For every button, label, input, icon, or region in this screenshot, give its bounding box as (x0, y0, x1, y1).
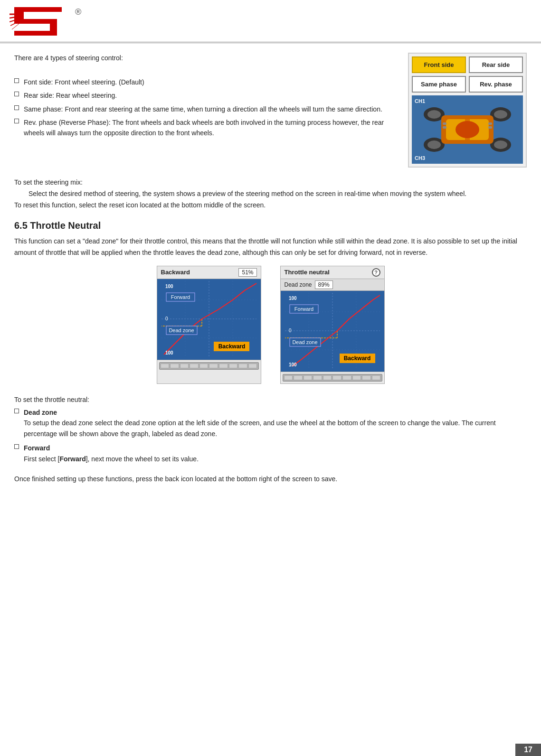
page-header: ® (0, 0, 541, 43)
set-steering-section: To set the steering mix: Select the desi… (14, 177, 527, 211)
steering-row-2: Same phase Rev. phase (412, 76, 523, 93)
instruction-text-1: To setup the dead zone select the dead z… (24, 419, 496, 437)
right-throttle-diagram: Throttle neutral ? Dead zone 89% (280, 266, 385, 384)
slider-seg (238, 364, 247, 368)
instruction-dead-zone: Dead zone To setup the dead zone select … (14, 407, 527, 439)
slider-seg (323, 375, 332, 380)
slider-seg (313, 375, 322, 380)
left-throttle-value: 51% (238, 268, 256, 277)
right-throttle-footer (281, 372, 384, 383)
svg-text:100: 100 (289, 362, 297, 367)
right-slider[interactable] (283, 374, 382, 382)
section-65-title: 6.5 Throttle Neutral (14, 220, 527, 231)
instruction-bullet-2 (14, 444, 19, 449)
steering-grid: Front side Rear side Same phase Rev. pha… (408, 53, 527, 168)
svg-point-7 (427, 140, 441, 149)
section-65-body: This function can set a "dead zone" for … (14, 236, 527, 259)
slider-seg (248, 364, 257, 368)
slider-seg (219, 364, 228, 368)
throttle-neutral-title: Throttle neutral (285, 269, 330, 276)
footer-note: Once finished setting up these functions… (14, 474, 527, 485)
rc-car-svg (420, 106, 515, 153)
bullet-item-3: Same phase: Front and rear steering at t… (14, 104, 394, 114)
slider-seg (342, 375, 351, 380)
slider-seg (229, 364, 238, 368)
svg-point-13 (494, 110, 507, 119)
slider-seg (352, 375, 361, 380)
svg-rect-20 (488, 122, 492, 125)
svg-marker-0 (14, 7, 62, 36)
svg-rect-17 (465, 119, 470, 140)
throttle-instructions: To set the throttle neutral: Dead zone T… (14, 396, 527, 464)
slider-seg (362, 375, 371, 380)
steering-row-1: Front side Rear side (412, 56, 523, 73)
slider-seg (304, 375, 313, 380)
svg-text:100: 100 (165, 284, 173, 289)
slider-seg (332, 375, 342, 380)
bullet-text-1: Font side: Front wheel steering. (Defaul… (24, 77, 144, 87)
slider-seg (294, 375, 303, 380)
set-para1: Select the desired method of steering, t… (28, 188, 527, 200)
left-throttle-graph: 100 100 0 Forward Dead zone Backward (157, 279, 261, 360)
bullet-icon-3 (14, 105, 19, 110)
right-graph-svg: 100 100 0 Forward Dead zone Backward (283, 293, 382, 369)
ch1-label: CH1 (415, 98, 425, 104)
svg-text:0: 0 (289, 328, 292, 333)
bullet-icon-1 (14, 78, 19, 83)
front-side-button[interactable]: Front side (412, 56, 466, 73)
bullet-item-2: Rear side: Rear wheel steering. (14, 90, 394, 101)
bullet-item-1: Font side: Front wheel steering. (Defaul… (14, 77, 394, 87)
set-para2: To reset this function, select the reset… (14, 200, 527, 211)
left-throttle-header: Backward 51% (157, 266, 261, 279)
info-icon[interactable]: ? (372, 268, 380, 277)
svg-point-11 (427, 110, 441, 119)
rear-side-button[interactable]: Rear side (469, 56, 523, 73)
svg-text:Forward: Forward (294, 306, 313, 312)
slider-seg (284, 375, 293, 380)
registered-mark: ® (75, 7, 81, 17)
slider-seg (170, 364, 179, 368)
logo-area: ® (9, 5, 81, 38)
instruction-label-2: Forward (24, 444, 50, 452)
svg-text:Dead zone: Dead zone (292, 339, 317, 345)
instruction-content-1: Dead zone To setup the dead zone select … (24, 407, 527, 439)
fs-logo (9, 5, 71, 38)
slider-seg (199, 364, 209, 368)
bullet-icon-4 (14, 119, 19, 123)
bullet-text-3: Same phase: Front and rear steering at t… (24, 104, 382, 114)
svg-text:Backward: Backward (343, 355, 370, 362)
steering-diagram: Front side Rear side Same phase Rev. pha… (408, 53, 527, 168)
left-graph-svg: 100 100 0 Forward Dead zone Backward (159, 281, 259, 357)
svg-rect-18 (443, 122, 446, 125)
svg-point-9 (494, 140, 507, 149)
same-phase-button[interactable]: Same phase (412, 76, 466, 93)
car-image-area: CH1 (412, 95, 523, 164)
throttle-instructions-heading: To set the throttle neutral: (14, 396, 527, 403)
instruction-content-2: Forward First select [Forward], next mov… (24, 443, 527, 464)
car-svg-area (420, 106, 515, 153)
slider-seg (190, 364, 199, 368)
left-slider[interactable] (159, 362, 259, 370)
bullet-text-2: Rear side: Rear wheel steering. (24, 90, 117, 101)
slider-seg (180, 364, 189, 368)
intro-text-block: There are 4 types of steering control: F… (14, 53, 394, 168)
instruction-text-2: First select [Forward], next move the wh… (24, 455, 199, 463)
slider-seg (161, 364, 170, 368)
svg-rect-21 (488, 126, 492, 129)
page-number: 17 (515, 744, 541, 756)
right-throttle-header: Throttle neutral ? (281, 266, 384, 279)
intro-lead: There are 4 types of steering control: (14, 53, 394, 63)
instruction-forward: Forward First select [Forward], next mov… (14, 443, 527, 464)
bullet-text-4: Rev. phase (Reverse Phase): The front wh… (24, 117, 394, 139)
slider-seg (209, 364, 218, 368)
left-throttle-footer (157, 360, 261, 372)
bullet-icon-2 (14, 92, 19, 96)
svg-text:0: 0 (165, 316, 168, 321)
slider-seg (372, 375, 381, 380)
dead-zone-row: Dead zone 89% (281, 279, 384, 291)
ch3-label: CH3 (415, 155, 425, 161)
instruction-label-1: Dead zone (24, 409, 57, 416)
rev-phase-button[interactable]: Rev. phase (469, 76, 523, 93)
throttle-diagrams: Backward 51% (14, 266, 527, 384)
svg-text:100: 100 (165, 350, 173, 355)
